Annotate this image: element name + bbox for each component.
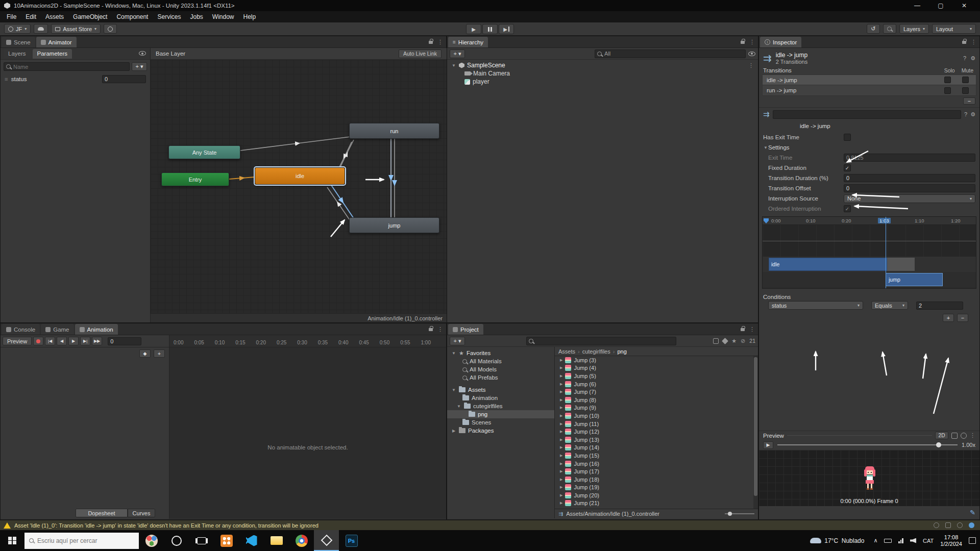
tray-expand-icon[interactable]: ∧ (873, 537, 877, 544)
lock-icon[interactable] (429, 41, 433, 44)
preview-play-button[interactable]: ▶ (763, 441, 773, 449)
edit-icon[interactable]: ✎ (970, 509, 975, 516)
create-asset-button[interactable]: + ▾ (450, 337, 465, 345)
hierarchy-item[interactable]: Main Camera (447, 69, 758, 78)
menu-item[interactable]: Jobs (185, 12, 207, 21)
status-icon-progress[interactable] (969, 522, 974, 528)
project-file-row[interactable]: ▶Jump (3) (555, 356, 758, 364)
packages-root[interactable]: ▶Packages (447, 427, 554, 435)
status-icon-cache[interactable] (945, 522, 951, 528)
hierarchy-search-input[interactable] (604, 51, 743, 57)
remove-transition-button[interactable]: − (963, 97, 975, 105)
settings-label[interactable]: Settings (768, 144, 790, 151)
tab-hierarchy[interactable]: ≡Hierarchy (448, 37, 488, 47)
thumbnail-size-slider[interactable] (725, 513, 754, 514)
go-to-end-button[interactable]: ▶▶ (92, 337, 102, 345)
remove-condition-button[interactable]: − (957, 314, 968, 322)
create-object-button[interactable]: + ▾ (450, 49, 465, 58)
tab-project[interactable]: Project (448, 324, 483, 335)
timeline-start-marker[interactable] (764, 218, 769, 223)
folder-animation[interactable]: Animation (447, 394, 554, 402)
project-file-row[interactable]: ▶Jump (20) (555, 491, 758, 499)
preview-menu-icon[interactable]: ⋮ (970, 432, 975, 439)
layers-dropdown[interactable]: Layers▾ (899, 24, 929, 34)
fixed-duration-checkbox[interactable]: ✓ (844, 164, 851, 171)
state-idle[interactable]: idle (255, 167, 345, 185)
project-file-row[interactable]: ▶Jump (9) (555, 404, 758, 412)
folder-cutegirlfiles[interactable]: ▼cutegirlfiles (447, 402, 554, 410)
ordered-interruption-checkbox[interactable]: ✓ (844, 205, 851, 212)
favorites-root[interactable]: ▼★Favorites (447, 349, 554, 357)
auto-live-link-button[interactable]: Auto Live Link (399, 49, 442, 58)
lock-icon[interactable] (741, 41, 745, 44)
taskbar-clock[interactable]: 17:08 1/2/2024 (940, 534, 962, 547)
parameter-search-input[interactable] (13, 64, 127, 70)
menu-item[interactable]: File (2, 12, 21, 21)
account-button[interactable]: JF▾ (4, 24, 31, 34)
favorites-item[interactable]: All Prefabs (447, 373, 554, 382)
tab-console[interactable]: Console (2, 324, 40, 335)
status-bar[interactable]: Asset 'Idle (1)_0': Transition 'idle -> … (0, 520, 980, 530)
project-file-row[interactable]: ▶Jump (17) (555, 467, 758, 475)
project-file-row[interactable]: ▶Jump (6) (555, 380, 758, 388)
project-file-row[interactable]: ▶Jump (5) (555, 372, 758, 380)
play-animation-button[interactable]: ▶ (68, 337, 79, 345)
lock-icon[interactable] (962, 41, 966, 44)
tab-scene[interactable]: Scene (2, 37, 35, 47)
taskbar-weather[interactable]: 17°C Nublado (805, 537, 869, 544)
taskbar-vscode[interactable] (239, 530, 264, 551)
timeline-playhead[interactable] (886, 217, 886, 288)
preview-drag-handle[interactable] (787, 435, 932, 436)
transition-row[interactable]: idle -> jump (762, 74, 976, 85)
status-icon-activity[interactable] (957, 522, 963, 528)
solo-checkbox[interactable] (944, 87, 951, 94)
lock-icon[interactable] (429, 328, 433, 331)
go-to-start-button[interactable]: |◀ (45, 337, 55, 345)
network-icon[interactable] (898, 538, 903, 543)
preview-toggle-button[interactable]: Preview (3, 337, 32, 345)
taskbar-chrome[interactable] (289, 530, 314, 551)
preview-speed-slider[interactable] (777, 444, 958, 445)
status-icon-network[interactable] (934, 522, 939, 528)
menu-item[interactable]: Window (208, 12, 239, 21)
foldout-icon[interactable]: ▼ (763, 145, 768, 150)
frame-field[interactable] (108, 337, 141, 345)
subtab-parameters[interactable]: Parameters (33, 49, 72, 59)
taskbar-search[interactable] (24, 533, 139, 549)
condition-operator-dropdown[interactable]: Equals▾ (871, 301, 908, 310)
avatar-icon[interactable] (961, 433, 967, 439)
close-button[interactable]: ✕ (952, 0, 976, 11)
exit-time-field[interactable] (844, 154, 975, 162)
transition-name-field[interactable] (773, 110, 961, 119)
subtab-layers[interactable]: Layers (4, 49, 31, 59)
play-button[interactable]: ▶ (466, 24, 481, 34)
hidden-items-icon[interactable]: ⊘ (741, 338, 745, 344)
condition-value-field[interactable] (916, 302, 963, 310)
parameter-name[interactable]: status (11, 76, 27, 82)
menu-item[interactable]: Services (153, 12, 185, 21)
favorites-item[interactable]: All Materials (447, 357, 554, 365)
tab-animator[interactable]: Animator (36, 37, 77, 47)
panel-menu-icon[interactable]: ⋮ (437, 39, 443, 45)
scrollbar-thumb[interactable] (754, 357, 757, 496)
tab-inspector[interactable]: iInspector (760, 37, 801, 47)
project-file-row[interactable]: ▶Jump (11) (555, 420, 758, 428)
panel-menu-icon[interactable]: ⋮ (971, 39, 976, 45)
breadcrumb-png[interactable]: png (617, 348, 626, 355)
transition-row[interactable]: run -> jump (762, 85, 976, 96)
hierarchy-item[interactable]: player (447, 78, 758, 86)
step-button[interactable]: ▶ (499, 24, 514, 34)
taskbar-photoshop[interactable]: Ps (339, 530, 364, 551)
language-indicator[interactable]: CAT (923, 538, 934, 544)
transition-offset-field[interactable] (844, 184, 975, 192)
gear-icon[interactable]: ⚙ (970, 55, 975, 62)
search-button[interactable] (883, 24, 896, 34)
project-file-row[interactable]: ▶Jump (4) (555, 364, 758, 372)
scene-options-icon[interactable]: ⋮ (748, 62, 754, 69)
taskbar-orange-app[interactable] (214, 530, 239, 551)
transition-duration-field[interactable] (844, 174, 975, 182)
add-parameter-button[interactable]: + ▾ (132, 62, 147, 71)
hierarchy-search-field[interactable] (595, 49, 746, 58)
axis-tool-icon[interactable] (951, 433, 958, 439)
next-frame-button[interactable]: ▶| (80, 337, 90, 345)
